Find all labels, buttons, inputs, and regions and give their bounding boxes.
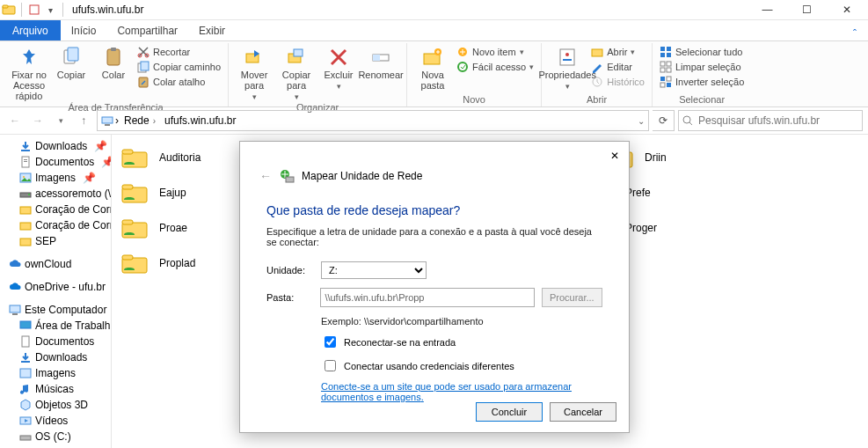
svg-point-20: [458, 62, 467, 71]
navitem-owncloud[interactable]: ownCloud: [0, 256, 111, 272]
minimize-button[interactable]: —: [748, 0, 787, 19]
navitem-docs2[interactable]: Documentos: [0, 334, 111, 349]
cut-button[interactable]: Recortar: [135, 45, 222, 59]
rename-button[interactable]: Renomear: [361, 45, 401, 80]
addr-dropdown-icon[interactable]: ⌄: [638, 116, 645, 126]
diffcreds-checkbox[interactable]: [325, 360, 336, 371]
folder-icon: [19, 203, 32, 216]
easy-access-button[interactable]: Fácil acesso: [455, 60, 536, 74]
nav-label: Vídeos: [35, 415, 68, 427]
cancel-button[interactable]: Cancelar: [550, 402, 616, 422]
copy-to-button[interactable]: Copiar para: [276, 45, 317, 101]
nav-label: Imagens: [35, 367, 76, 379]
breadcrumb[interactable]: › Rede› ufufs.win.ufu.br ⌄: [97, 110, 649, 131]
documents-icon: [19, 335, 32, 348]
address-bar: ← → ▾ ↑ › Rede› ufufs.win.ufu.br ⌄ ⟳ Pes…: [0, 107, 868, 135]
connect-website-link[interactable]: Conecte-se a um site que pode ser usado …: [321, 381, 602, 402]
copy-to-icon: [286, 47, 307, 68]
navitem-sep[interactable]: SEP: [0, 233, 111, 249]
nav-forward-button[interactable]: →: [28, 111, 47, 130]
tab-home[interactable]: Início: [61, 21, 107, 40]
diffcreds-label: Conectar usando credenciais diferentes: [344, 361, 514, 371]
nav-up-button[interactable]: ↑: [74, 111, 93, 130]
invert-selection-button[interactable]: Inverter seleção: [658, 75, 746, 89]
move-to-button[interactable]: Mover para: [234, 45, 274, 101]
svg-rect-57: [20, 369, 31, 378]
dialog-close-button[interactable]: ✕: [606, 147, 624, 165]
crumb-rede[interactable]: Rede›: [120, 114, 159, 127]
crumb-current[interactable]: ufufs.win.ufu.br: [161, 114, 239, 127]
folder-item[interactable]: Driin: [606, 140, 764, 175]
navitem-dl2[interactable]: Downloads: [0, 349, 111, 365]
svg-rect-6: [111, 48, 116, 51]
crumb-label: ufufs.win.ufu.br: [164, 114, 236, 127]
nav-back-button[interactable]: ←: [5, 111, 25, 130]
close-button[interactable]: ✕: [827, 0, 866, 19]
reconnect-label: Reconectar-se na entrada: [344, 337, 456, 348]
browse-button[interactable]: Procurar...: [542, 288, 602, 307]
tab-file[interactable]: Arquivo: [0, 20, 61, 40]
navitem-acessoremoto[interactable]: acessoremoto (\: [0, 186, 111, 202]
navitem-img2[interactable]: Imagens: [0, 365, 111, 381]
reconnect-checkbox[interactable]: [325, 336, 336, 348]
search-input[interactable]: Pesquisar ufufs.win.ufu.br: [678, 110, 863, 131]
svg-rect-52: [10, 305, 20, 312]
copy-button[interactable]: Copiar: [51, 45, 91, 80]
copy-path-button[interactable]: Copiar caminho: [135, 60, 222, 74]
navitem-music[interactable]: Músicas: [0, 381, 111, 397]
qat-dropdown-icon[interactable]: ▾: [43, 3, 57, 17]
navitem-onedrive[interactable]: OneDrive - ufu.br: [0, 279, 111, 295]
paste-shortcut-button[interactable]: Colar atalho: [135, 75, 222, 89]
svg-rect-44: [24, 161, 27, 162]
svg-rect-50: [20, 223, 31, 230]
item-label: Eajup: [159, 187, 186, 199]
folder-input[interactable]: [320, 288, 534, 307]
folder-icon: [2, 3, 16, 17]
navitem-thispc[interactable]: Este Computador: [0, 302, 111, 318]
navitem-ar2[interactable]: acessoremoto (: [0, 444, 111, 448]
folder-item[interactable]: Prefe: [606, 175, 764, 210]
navitem-coracao2[interactable]: Coração de Corr: [0, 217, 111, 233]
properties-button[interactable]: Propriedades: [547, 45, 587, 91]
navitem-downloads[interactable]: Downloads📌: [0, 138, 111, 154]
folder-icon: [19, 235, 32, 247]
navitem-documentos[interactable]: Documentos📌: [0, 154, 111, 170]
new-item-button[interactable]: Novo item: [455, 45, 536, 59]
nav-recent-button[interactable]: ▾: [51, 111, 70, 130]
qat-item-icon[interactable]: [27, 3, 41, 17]
tab-view[interactable]: Exibir: [188, 21, 236, 40]
cut-label: Recortar: [153, 47, 190, 57]
chevron-right-icon[interactable]: ›: [153, 116, 156, 126]
move-icon: [244, 47, 265, 68]
refresh-button[interactable]: ⟳: [653, 110, 675, 131]
finish-button[interactable]: Concluir: [476, 402, 543, 422]
navitem-imagens[interactable]: Imagens📌: [0, 170, 111, 186]
tab-share[interactable]: Compartilhar: [106, 21, 188, 40]
history-button[interactable]: Histórico: [589, 75, 646, 89]
svg-rect-24: [592, 49, 602, 56]
maximize-button[interactable]: ☐: [787, 0, 827, 19]
folder-item[interactable]: Proger: [606, 210, 764, 246]
ribbon-collapse-button[interactable]: ˆ: [842, 28, 868, 40]
chevron-right-icon[interactable]: ›: [115, 114, 119, 127]
edit-button[interactable]: Editar: [589, 60, 646, 74]
delete-button[interactable]: Excluir: [318, 45, 359, 91]
select-none-button[interactable]: Limpar seleção: [658, 60, 746, 74]
navitem-videos[interactable]: Vídeos: [0, 413, 111, 429]
drive-icon: [19, 430, 32, 443]
navitem-coracao1[interactable]: Coração de Corr: [0, 202, 111, 217]
dialog-instruction: Especifique a letra de unidade para a co…: [266, 226, 602, 247]
svg-rect-75: [122, 220, 133, 224]
open-button[interactable]: Abrir: [589, 45, 646, 59]
select-all-label: Selecionar tudo: [675, 47, 742, 57]
navitem-osc[interactable]: OS (C:): [0, 429, 111, 444]
navitem-obj3d[interactable]: Objetos 3D: [0, 397, 111, 413]
navitem-desktop[interactable]: Área de Trabalho: [0, 318, 111, 334]
paste-button[interactable]: Colar: [93, 45, 134, 80]
pin-quick-access-button[interactable]: Fixar no Acesso rápido: [9, 45, 49, 101]
back-arrow-icon[interactable]: ←: [259, 169, 272, 183]
paste-icon: [103, 47, 124, 68]
drive-select[interactable]: Z:: [321, 261, 427, 279]
select-all-button[interactable]: Selecionar tudo: [658, 45, 746, 59]
new-folder-button[interactable]: Nova pasta: [412, 45, 453, 91]
